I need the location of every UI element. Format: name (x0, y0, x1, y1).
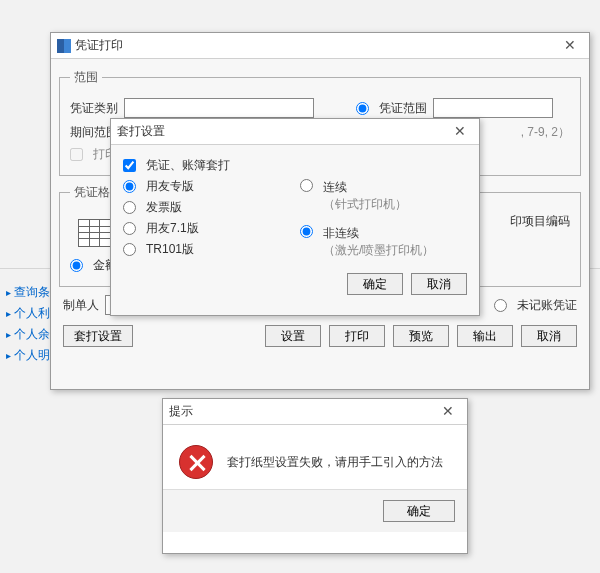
voucher-print-title: 凭证打印 (75, 37, 123, 54)
range-hint-tail: , 7-9, 2） (521, 124, 570, 141)
voucher-type-label: 凭证类别 (70, 100, 118, 117)
message-dialog-titlebar: 提示 ✕ (163, 399, 467, 425)
voucher-range-radio[interactable] (356, 102, 369, 115)
amount-style-radio[interactable] (70, 259, 83, 272)
range-legend: 范围 (70, 69, 102, 86)
continuous-label: 连续 (323, 179, 407, 196)
project-code-tail: 印项目编码 (510, 213, 570, 230)
noncontinuous-label: 非连续 (323, 225, 434, 242)
voucher-book-check[interactable] (123, 159, 136, 172)
cancel-button[interactable]: 取消 (521, 325, 577, 347)
unposted-label: 未记账凭证 (517, 297, 577, 314)
style-yy71-radio[interactable] (123, 222, 136, 235)
voucher-print-titlebar: 凭证打印 ✕ (51, 33, 589, 59)
template-cancel-button[interactable]: 取消 (411, 273, 467, 295)
settings-button[interactable]: 设置 (265, 325, 321, 347)
template-dialog: 套打设置 ✕ 凭证、账簿套打 用友专版 发票版 用友7.1版 TR101版 连续 (110, 118, 480, 316)
template-ok-button[interactable]: 确定 (347, 273, 403, 295)
voucher-range-input[interactable] (433, 98, 553, 118)
link-personal2[interactable]: 个人余 (6, 326, 50, 343)
sidebar-links: 查询条 个人利 个人余 个人明 (6, 280, 50, 368)
voucher-book-label: 凭证、账簿套打 (146, 157, 230, 174)
continuous-hint: （针式打印机） (323, 196, 407, 213)
message-text: 套打纸型设置失败，请用手工引入的方法 (227, 454, 443, 471)
export-button[interactable]: 输出 (457, 325, 513, 347)
voucher-range-label: 凭证范围 (379, 100, 427, 117)
style-tr-radio[interactable] (123, 243, 136, 256)
message-dialog-title: 提示 (169, 403, 193, 420)
preview-button[interactable]: 预览 (393, 325, 449, 347)
noncontinuous-hint: （激光/喷墨打印机） (323, 242, 434, 259)
template-dialog-titlebar: 套打设置 ✕ (111, 119, 479, 145)
style-yy-radio[interactable] (123, 180, 136, 193)
style-yy71-label: 用友7.1版 (146, 220, 199, 237)
style-fp-label: 发票版 (146, 199, 182, 216)
message-dialog: 提示 ✕ 套打纸型设置失败，请用手工引入的方法 确定 (162, 398, 468, 554)
style-yy-label: 用友专版 (146, 178, 194, 195)
style-fp-radio[interactable] (123, 201, 136, 214)
maker-label: 制单人 (63, 297, 99, 314)
print-button[interactable]: 打印 (329, 325, 385, 347)
close-icon[interactable]: ✕ (435, 402, 461, 422)
style-tr-label: TR101版 (146, 241, 194, 258)
noncontinuous-radio[interactable] (300, 225, 313, 238)
error-icon (179, 445, 213, 479)
message-ok-button[interactable]: 确定 (383, 500, 455, 522)
voucher-type-combo[interactable] (124, 98, 314, 118)
template-dialog-title: 套打设置 (117, 123, 165, 140)
link-query[interactable]: 查询条 (6, 284, 50, 301)
link-personal1[interactable]: 个人利 (6, 305, 50, 322)
continuous-radio[interactable] (300, 179, 313, 192)
grid-preview-icon (78, 219, 114, 247)
close-icon[interactable]: ✕ (557, 36, 583, 56)
app-icon (57, 39, 71, 53)
unposted-radio[interactable] (494, 299, 507, 312)
close-icon[interactable]: ✕ (447, 122, 473, 142)
template-settings-button[interactable]: 套打设置 (63, 325, 133, 347)
link-personal3[interactable]: 个人明 (6, 347, 50, 364)
print-query-check (70, 148, 83, 161)
